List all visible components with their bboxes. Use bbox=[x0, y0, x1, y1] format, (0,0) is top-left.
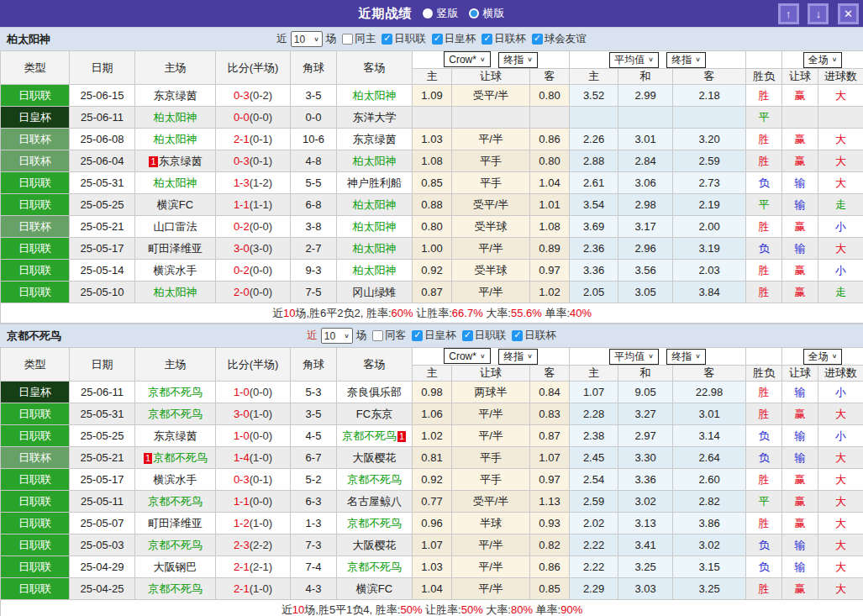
home-team-cell: 山口雷法 bbox=[135, 216, 216, 238]
competition-checkbox[interactable]: 同客 bbox=[366, 329, 406, 343]
team-name: 柏太阳神 bbox=[7, 32, 50, 47]
odds-away-cell: 0.86 bbox=[530, 556, 570, 578]
match-count-select[interactable]: 10 ∨ bbox=[291, 31, 323, 47]
checkbox-icon[interactable] bbox=[512, 330, 523, 341]
odds-away-cell: 0.97 bbox=[530, 260, 570, 282]
bookmaker-select[interactable]: Crow*∨ bbox=[444, 348, 490, 364]
competition-checkbox[interactable]: 球会友谊 bbox=[526, 32, 587, 46]
avg-home-cell: 2.59 bbox=[570, 491, 618, 513]
competition-checkbox[interactable]: 日皇杯 bbox=[426, 32, 476, 46]
checkbox-icon[interactable] bbox=[342, 34, 353, 45]
move-down-button[interactable]: ↓ bbox=[808, 3, 829, 24]
checkbox-icon[interactable] bbox=[481, 34, 492, 45]
checkbox-icon[interactable] bbox=[412, 330, 423, 341]
summary-text: 50% bbox=[400, 603, 422, 616]
halftime-score: (3-0) bbox=[250, 242, 272, 255]
team-text: 横滨水手 bbox=[154, 264, 197, 276]
match-row: 日职联25-05-11京都不死鸟1-1(0-0)6-3名古屋鲸八0.77受平/半… bbox=[1, 491, 863, 513]
final-odds-select[interactable]: 终指∨ bbox=[498, 52, 538, 68]
match-count-value: 10 bbox=[324, 330, 335, 342]
avg-draw-cell: 9.05 bbox=[618, 382, 673, 403]
move-up-button[interactable]: ↑ bbox=[778, 3, 799, 24]
horizontal-layout-label[interactable]: 横版 bbox=[483, 6, 505, 21]
final-odds-select-2[interactable]: 终指∨ bbox=[666, 349, 706, 365]
home-team-cell: 柏太阳神 bbox=[135, 282, 216, 303]
final-odds-select-2[interactable]: 终指∨ bbox=[666, 52, 706, 68]
avg-draw-cell: 3.01 bbox=[618, 129, 673, 150]
competition-checkbox[interactable]: 日职联 bbox=[376, 32, 426, 46]
away-team-cell: 京都不死鸟1 bbox=[337, 425, 413, 447]
competition-cell: 日职联 bbox=[1, 403, 70, 425]
competition-checkbox[interactable]: 日联杯 bbox=[506, 329, 556, 343]
col-header-goals-result: 进球数 bbox=[818, 366, 863, 382]
filter-games-label: 场 bbox=[356, 329, 367, 343]
avg-home-cell: 2.61 bbox=[570, 172, 618, 194]
col-header-outcome: 胜负 bbox=[746, 69, 782, 85]
checkbox-label: 日联杯 bbox=[494, 32, 526, 46]
fulltime-score: 1-0 bbox=[234, 429, 250, 442]
checkbox-icon[interactable] bbox=[432, 34, 443, 45]
col-header-corner: 角球 bbox=[291, 348, 337, 382]
corners-cell: 7-4 bbox=[291, 556, 337, 578]
avg-away-cell: 3.19 bbox=[673, 238, 746, 260]
competition-checkbox[interactable]: 日联杯 bbox=[476, 32, 526, 46]
avg-home-cell: 3.69 bbox=[570, 216, 618, 238]
competition-checkbox[interactable]: 日职联 bbox=[456, 329, 507, 343]
final-odds-select[interactable]: 终指∨ bbox=[498, 349, 538, 365]
checkbox-icon[interactable] bbox=[532, 34, 543, 45]
competition-cell: 日职联 bbox=[1, 260, 70, 282]
chevron-down-icon: ∨ bbox=[695, 56, 701, 63]
team-text: 东京绿茵 bbox=[353, 133, 397, 145]
odds-home-cell: 1.02 bbox=[413, 425, 452, 447]
fulltime-select[interactable]: 全场∨ bbox=[803, 52, 843, 68]
score-cell: 0-0(0-0) bbox=[216, 107, 291, 129]
checkbox-icon[interactable] bbox=[462, 330, 473, 341]
team-text: 柏太阳神 bbox=[154, 176, 197, 189]
summary-text: 40% bbox=[570, 307, 592, 319]
team-text: 大阪樱花 bbox=[353, 539, 397, 551]
competition-checkbox[interactable]: 日皇杯 bbox=[406, 329, 456, 343]
corners-cell: 6-3 bbox=[291, 491, 337, 513]
team-text: 柏太阳神 bbox=[353, 220, 397, 233]
odds-home-cell: 0.87 bbox=[413, 282, 452, 303]
avg-away-cell: 2.00 bbox=[673, 216, 746, 238]
avg-draw-cell bbox=[618, 107, 673, 129]
bookmaker-select[interactable]: Crow*∨ bbox=[444, 51, 490, 67]
summary-text: 近 bbox=[282, 603, 292, 616]
home-team-cell: 京都不死鸟 bbox=[135, 491, 216, 513]
vertical-layout-radio[interactable] bbox=[423, 8, 433, 18]
avg-away-cell: 2.73 bbox=[673, 172, 746, 194]
team-text: 柏太阳神 bbox=[154, 286, 197, 298]
odds-home-cell: 1.09 bbox=[413, 85, 452, 107]
odds-home-cell: 0.98 bbox=[413, 382, 452, 403]
team-text: 柏太阳神 bbox=[154, 133, 197, 145]
score-cell: 1-0(0-0) bbox=[216, 382, 291, 403]
fulltime-score: 1-1 bbox=[234, 495, 250, 508]
average-select[interactable]: 平均值∨ bbox=[609, 52, 659, 68]
summary-text: 80% bbox=[511, 603, 533, 616]
fulltime-header: 全场∨ bbox=[782, 51, 863, 69]
fulltime-select[interactable]: 全场∨ bbox=[803, 349, 843, 365]
col-header-goals-result: 进球数 bbox=[818, 69, 863, 85]
home-team-cell: 1东京绿茵 bbox=[135, 150, 216, 172]
avg-draw-cell: 3.56 bbox=[618, 260, 673, 282]
odds-handicap-cell: 平/半 bbox=[452, 556, 530, 578]
checkbox-icon[interactable] bbox=[372, 330, 383, 341]
horizontal-layout-radio[interactable] bbox=[469, 8, 479, 18]
odds-handicap-cell bbox=[452, 107, 530, 129]
halftime-score: (1-1) bbox=[250, 198, 272, 211]
match-filter: 近 10 ∨ 场 同主日职联日皇杯日联杯球会友谊 bbox=[276, 31, 587, 47]
odds-away-cell: 0.93 bbox=[530, 513, 570, 534]
col-header-type: 类型 bbox=[1, 348, 70, 382]
halftime-score: (0-1) bbox=[250, 155, 272, 167]
vertical-layout-label[interactable]: 竖版 bbox=[437, 6, 459, 21]
match-count-select[interactable]: 10 ∨ bbox=[321, 328, 353, 344]
close-button[interactable]: ✕ bbox=[838, 3, 859, 24]
competition-checkbox[interactable]: 同主 bbox=[336, 32, 376, 46]
average-select[interactable]: 平均值∨ bbox=[609, 349, 659, 365]
col-header-avg-away: 客 bbox=[673, 69, 746, 85]
summary-text: 10 bbox=[292, 603, 304, 616]
checkbox-icon[interactable] bbox=[382, 34, 392, 45]
home-team-cell: 柏太阳神 bbox=[135, 129, 216, 150]
team-text: 柏太阳神 bbox=[353, 242, 397, 255]
